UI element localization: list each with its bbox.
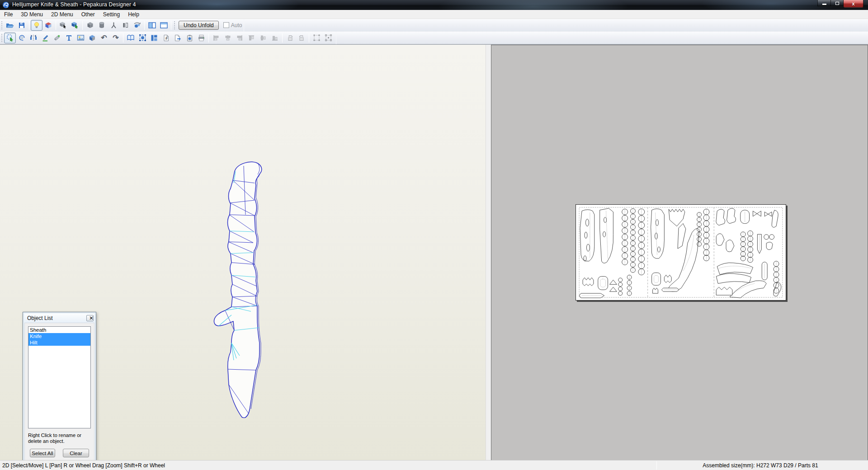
align-right-icon [236,34,243,42]
main-area: Object List ✕ Sheath Knife Hilt Right Cl… [0,44,868,460]
ungroup-button[interactable] [322,33,334,43]
erase-line-button[interactable] [51,33,63,43]
menu-file[interactable]: File [0,10,17,19]
frame-select-button[interactable] [137,33,148,43]
text-tool-button[interactable] [63,33,75,43]
frame-select-icon [139,34,146,42]
toolbar-endcap [336,32,336,44]
toolbar-grip[interactable] [174,21,176,29]
ungroup-icon [325,34,332,42]
pattern-sheet [576,204,786,301]
undo-button[interactable]: ↶ [98,33,110,43]
cylinder-view-button[interactable] [96,20,108,31]
status-bar: 2D [Select/Move] L [Pan] R or Wheel Drag… [0,460,868,470]
list-item-hilt[interactable]: Hilt [28,339,90,346]
open-file-icon [6,22,14,29]
toolbar-separator [56,21,56,30]
blue-cube-cursor-icon [71,21,79,29]
rotate-left-button[interactable] [284,33,296,43]
align-left-icon [212,34,220,42]
select-move-icon [6,34,14,42]
select-move-button[interactable] [4,33,16,43]
auto-checkbox[interactable] [223,22,229,28]
page-number-button[interactable]: # [160,33,172,43]
menu-bar: File 3D Menu 2D Menu Other Setting Help [0,10,868,19]
open-file-button[interactable] [4,20,16,31]
dialog-close-button[interactable]: ✕ [86,315,94,321]
orbit-model-select-button[interactable] [69,20,81,31]
clipboard-button[interactable] [184,33,195,43]
minimize-button[interactable] [817,0,831,7]
restore-button[interactable] [831,0,844,7]
clear-button[interactable]: Clear [63,449,89,457]
texture-view-button[interactable] [42,20,54,31]
toolbar-endcap [244,19,244,32]
solid-view-button[interactable] [84,20,96,31]
print-button[interactable] [195,33,207,43]
menu-2d-menu[interactable]: 2D Menu [47,10,77,19]
undo-unfold-button[interactable]: Undo Unfold [179,21,219,30]
image-icon [77,34,85,41]
light-bulb-icon [33,22,40,29]
axis-view-button[interactable] [108,20,119,31]
toolbar-grip[interactable] [1,21,3,29]
save-button[interactable] [16,20,28,31]
align-middle-button[interactable] [257,33,269,43]
rotate-left-icon [286,34,294,42]
object-list-titlebar[interactable]: Object List ✕ [24,314,94,323]
rotate-part-button[interactable] [16,33,28,43]
redo-button[interactable]: ↷ [110,33,122,43]
align-left-button[interactable] [210,33,222,43]
menu-setting[interactable]: Setting [99,10,124,19]
pane-splitter[interactable] [486,45,491,461]
toolbar-separator [82,21,83,30]
cylinder-icon [99,22,105,28]
dialog-close-icon: ✕ [89,315,94,321]
edge-view-button[interactable] [119,20,131,31]
orbit-model-gray-button[interactable] [57,20,69,31]
viewport-2d[interactable] [491,45,868,461]
auto-checkbox-group[interactable]: Auto [223,22,242,28]
export-page-button[interactable] [172,33,184,43]
rotate-right-button[interactable] [296,33,307,43]
menu-3d-menu[interactable]: 3D Menu [17,10,47,19]
image-tool-button[interactable] [75,33,86,43]
draw-line-button[interactable] [39,33,51,43]
align-bottom-button[interactable] [269,33,281,43]
rotate-view-button[interactable] [131,20,143,31]
mirror-pages-button[interactable] [125,33,137,43]
group-button[interactable] [311,33,322,43]
toolbar-separator [309,33,309,42]
printer-icon [198,34,205,42]
align-center-button[interactable] [222,33,234,43]
spread-parts-button[interactable] [28,33,39,43]
one-pane-layout-button[interactable] [158,20,170,31]
toolbar-separator [208,33,209,42]
edge-bars-icon [122,22,129,28]
menu-help[interactable]: Help [124,10,143,19]
arrange-parts-button[interactable] [148,33,160,43]
texture-light-button[interactable] [31,20,42,31]
align-center-icon [224,34,231,42]
box-tool-button[interactable] [86,33,98,43]
clipboard-icon [186,34,193,42]
select-all-button[interactable]: Select All [30,449,55,457]
toolbar-grip[interactable] [1,34,3,42]
menu-other[interactable]: Other [77,10,99,19]
svg-text:#: # [165,37,168,41]
app-icon [2,1,9,9]
two-pane-layout-button[interactable] [146,20,158,31]
title-bar[interactable]: Helljumper Knife & Sheath - Pepakura Des… [0,0,868,10]
status-hint-text: 2D [Select/Move] L [Pan] R or Wheel Drag… [2,462,165,469]
minimize-icon [822,4,826,5]
object-list-hint: Right Click to rename or delete an objec… [28,432,85,444]
align-top-button[interactable] [245,33,257,43]
align-right-button[interactable] [234,33,245,43]
solid-cube-icon [87,22,94,28]
restore-icon [835,2,839,5]
list-item-sheath[interactable]: Sheath [28,327,90,333]
list-item-knife[interactable]: Knife [28,333,90,339]
object-listbox[interactable]: Sheath Knife Hilt [28,326,91,428]
close-button[interactable]: x [844,0,863,8]
object-list-dialog[interactable]: Object List ✕ Sheath Knife Hilt Right Cl… [23,312,96,470]
